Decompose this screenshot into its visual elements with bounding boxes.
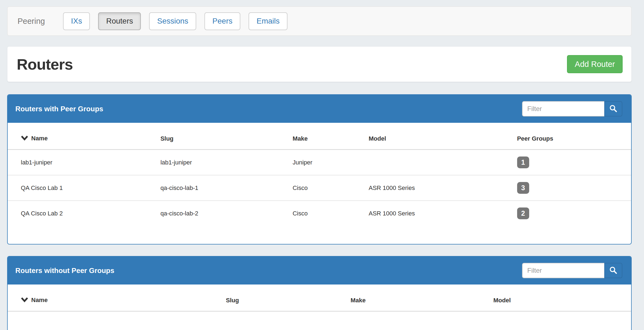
filter-input[interactable] xyxy=(522,263,604,278)
nav-button-ixs[interactable]: IXs xyxy=(63,12,90,30)
add-router-button[interactable]: Add Router xyxy=(567,55,623,73)
nav-button-peers[interactable]: Peers xyxy=(204,12,240,30)
table-cell: ASR 1000 Series xyxy=(369,175,517,201)
search-icon xyxy=(609,104,617,113)
panel-heading: Routers without Peer Groups xyxy=(8,257,631,285)
nav-button-routers[interactable]: Routers xyxy=(98,12,141,30)
column-header-slug[interactable]: Slug xyxy=(226,285,351,311)
column-header-make[interactable]: Make xyxy=(293,123,369,150)
search-icon xyxy=(609,266,617,275)
filter-group xyxy=(522,263,622,278)
search-button[interactable] xyxy=(604,263,622,278)
table-cell: qa-cisco-lab-1 xyxy=(160,175,292,201)
column-header-name[interactable]: Name xyxy=(8,285,226,311)
app-brand: Peering xyxy=(18,17,45,26)
column-header-model[interactable]: Model xyxy=(369,123,517,150)
table-cell: 1 xyxy=(517,150,631,175)
column-header-model[interactable]: Model xyxy=(493,285,631,311)
table-cell: ASR 1000 Series xyxy=(369,201,517,226)
panel-heading: Routers with Peer Groups xyxy=(8,95,631,123)
panel-routers-without-peer-groups: Routers without Peer Groups NameSlugMake… xyxy=(7,256,632,330)
column-header-make[interactable]: Make xyxy=(351,285,493,311)
nav-button-sessions[interactable]: Sessions xyxy=(149,12,196,30)
sort-chevron-down-icon xyxy=(21,297,28,304)
routers-with-peer-groups-table: NameSlugMakeModelPeer Groupslab1-juniper… xyxy=(8,123,631,226)
nav-buttons: IXsRoutersSessionsPeersEmails xyxy=(63,12,287,30)
table-cell xyxy=(369,150,517,175)
table-header-row: NameSlugMakeModelPeer Groups xyxy=(8,123,631,150)
table-container: NameSlugMakeModel xyxy=(8,285,631,330)
table-cell: lab1-juniper xyxy=(8,150,160,175)
panel-title: Routers with Peer Groups xyxy=(15,105,103,113)
filter-group xyxy=(522,101,622,116)
search-button[interactable] xyxy=(604,101,622,116)
sort-chevron-down-icon xyxy=(21,135,28,143)
column-header-slug[interactable]: Slug xyxy=(160,123,292,150)
table-cell: 3 xyxy=(517,175,631,201)
peer-groups-count-badge: 2 xyxy=(517,207,529,219)
navbar: Peering IXsRoutersSessionsPeersEmails xyxy=(7,6,632,36)
table-row: QA Cisco Lab 2qa-cisco-lab-2CiscoASR 100… xyxy=(8,201,631,226)
table-cell: QA Cisco Lab 2 xyxy=(8,201,160,226)
nav-button-emails[interactable]: Emails xyxy=(249,12,287,30)
routers-without-peer-groups-table: NameSlugMakeModel xyxy=(8,285,631,312)
column-header-peer-groups[interactable]: Peer Groups xyxy=(517,123,631,150)
panel-routers-with-peer-groups: Routers with Peer Groups NameSlugMakeMod… xyxy=(7,94,632,244)
peer-groups-count-badge: 1 xyxy=(517,157,529,168)
table-cell: QA Cisco Lab 1 xyxy=(8,175,160,201)
column-header-name[interactable]: Name xyxy=(8,123,160,150)
page-header-panel: Routers Add Router xyxy=(7,46,632,82)
table-cell: Juniper xyxy=(293,150,369,175)
page-title: Routers xyxy=(17,55,73,73)
table-header-row: NameSlugMakeModel xyxy=(8,285,631,311)
table-cell: Cisco xyxy=(293,201,369,226)
page-container: Peering IXsRoutersSessionsPeersEmails Ro… xyxy=(7,6,632,330)
table-cell: Cisco xyxy=(293,175,369,201)
table-cell: lab1-juniper xyxy=(160,150,292,175)
table-cell: 2 xyxy=(517,201,631,226)
table-row: lab1-juniperlab1-juniperJuniper1 xyxy=(8,150,631,175)
panel-title: Routers without Peer Groups xyxy=(15,266,114,275)
peer-groups-count-badge: 3 xyxy=(517,182,529,194)
table-cell: qa-cisco-lab-2 xyxy=(160,201,292,226)
filter-input[interactable] xyxy=(522,101,604,116)
table-container: NameSlugMakeModelPeer Groupslab1-juniper… xyxy=(8,123,631,244)
table-row: QA Cisco Lab 1qa-cisco-lab-1CiscoASR 100… xyxy=(8,175,631,201)
